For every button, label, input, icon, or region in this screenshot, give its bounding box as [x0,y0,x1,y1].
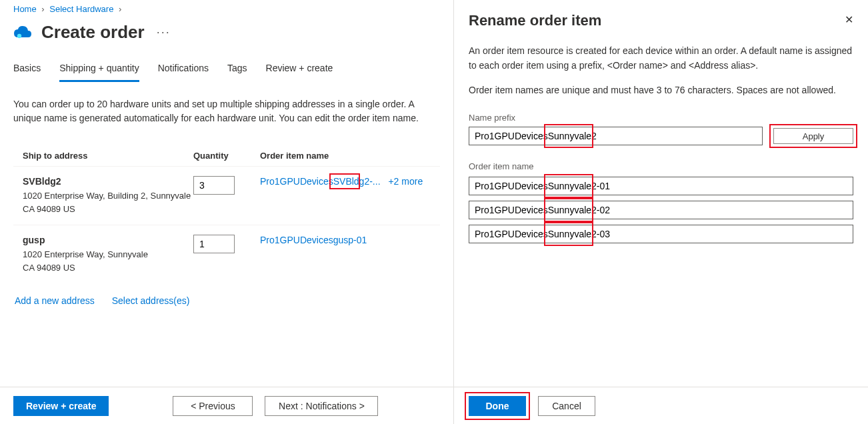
breadcrumb: Home › Select Hardware › [13,0,440,14]
breadcrumb-select-hardware[interactable]: Select Hardware [49,4,113,14]
next-button[interactable]: Next : Notifications > [265,396,378,416]
address-line: CA 94089 US [23,203,193,216]
tab-shipping-quantity[interactable]: Shipping + quantity [59,63,139,82]
order-item-link[interactable]: Pro1GPUDevicesgusp-01 [260,235,367,245]
tab-review-create[interactable]: Review + create [266,63,333,82]
done-button[interactable]: Done [469,396,526,416]
name-prefix-input[interactable] [469,127,763,145]
address-alias: gusp [23,235,193,245]
breadcrumb-sep: › [119,4,121,14]
address-row: gusp 1020 Enterprise Way, Sunnyvale CA 9… [13,225,440,283]
order-item-name-input[interactable] [469,201,853,219]
more-items-link[interactable]: +2 more [388,176,423,187]
panel-title: Rename order item [469,12,853,29]
col-ship-to: Ship to address [13,151,193,161]
order-item-name-input[interactable] [469,177,853,195]
wizard-tabs: Basics Shipping + quantity Notifications… [13,63,440,83]
more-actions-icon[interactable]: ··· [157,25,171,39]
order-item-name-label: Order item name [469,161,853,171]
cancel-button[interactable]: Cancel [538,396,595,416]
panel-body-2: Order item names are unique and must hav… [469,83,853,98]
address-row: SVBldg2 1020 Enterprise Way, Building 2,… [13,166,440,225]
order-item-link-text: Pro1GPUDevicesSVBldg2-... [260,176,381,187]
svg-point-0 [17,33,21,37]
name-prefix-label: Name prefix [469,113,853,123]
close-icon[interactable]: ✕ [845,13,853,26]
review-create-button[interactable]: Review + create [13,396,109,416]
rename-panel: Rename order item ✕ An order item resour… [453,0,868,424]
address-line: 1020 Enterprise Way, Sunnyvale [23,248,193,261]
breadcrumb-home[interactable]: Home [13,4,37,14]
add-address-link[interactable]: Add a new address [15,295,95,306]
panel-footer: Done Cancel [454,387,868,424]
page-title: Create order [41,22,145,43]
tab-basics[interactable]: Basics [13,63,41,82]
order-item-name-input[interactable] [469,225,853,243]
lead-text: You can order up to 20 hardware units an… [13,97,440,125]
quantity-input[interactable] [193,235,235,253]
service-icon [13,25,32,40]
address-line: CA 94089 US [23,261,193,275]
tab-notifications[interactable]: Notifications [158,63,209,82]
tab-tags[interactable]: Tags [227,63,247,82]
select-addresses-link[interactable]: Select address(es) [112,295,190,306]
col-quantity: Quantity [193,151,260,161]
wizard-footer: Review + create < Previous Next : Notifi… [0,387,453,424]
address-alias: SVBldg2 [23,176,193,187]
address-line: 1020 Enterprise Way, Building 2, Sunnyva… [23,189,193,203]
panel-body-1: An order item resource is created for ea… [469,44,853,73]
apply-button[interactable]: Apply [773,128,853,144]
previous-button[interactable]: < Previous [173,396,253,416]
col-order-item-name: Order item name [260,151,440,161]
quantity-input[interactable] [193,176,235,195]
order-item-link[interactable]: Pro1GPUDevicesSVBldg2-... [260,176,381,187]
breadcrumb-sep: › [41,4,44,14]
